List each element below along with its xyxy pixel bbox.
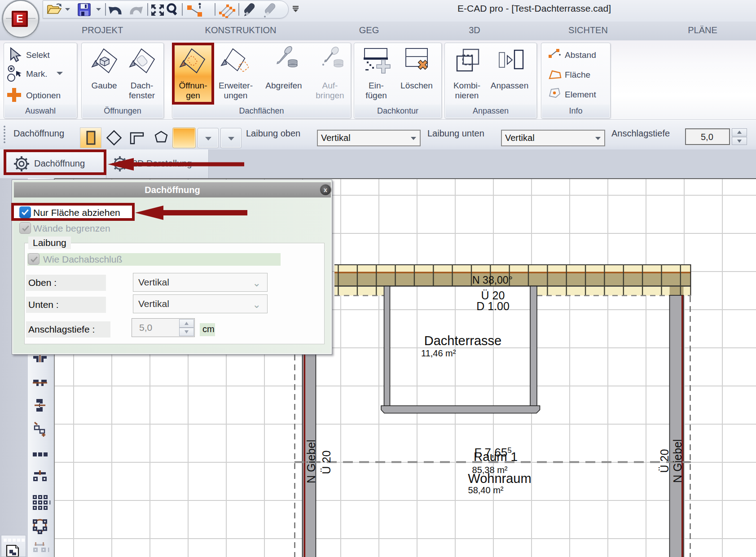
svg-text:N 38,00°: N 38,00° [472, 274, 513, 286]
svg-text:11,46 m²: 11,46 m² [421, 348, 456, 358]
svg-text:Wohnraum: Wohnraum [468, 471, 531, 486]
svg-text:Ü 20: Ü 20 [658, 449, 671, 473]
svg-text:58,40 m²: 58,40 m² [468, 485, 504, 495]
svg-text:D 1.00: D 1.00 [476, 300, 510, 312]
svg-text:Raum 1: Raum 1 [474, 450, 518, 464]
svg-text:Dachterrasse: Dachterrasse [424, 333, 501, 348]
svg-text:N Giebel: N Giebel [305, 439, 317, 483]
svg-text:N Giebel: N Giebel [671, 439, 684, 482]
svg-text:Ü 20: Ü 20 [320, 451, 333, 474]
